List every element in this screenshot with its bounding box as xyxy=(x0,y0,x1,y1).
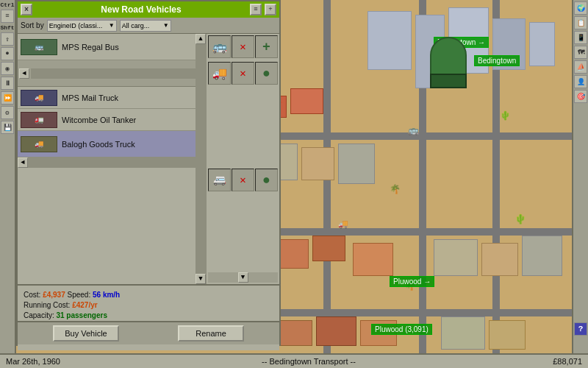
preview-scroll-down[interactable]: ▼ xyxy=(238,272,248,283)
vscroll-track xyxy=(196,44,206,274)
cargo-arrow: ▼ xyxy=(163,22,169,29)
vehicle-purchase-panel: × New Road Vehicles ≡ + Sort by EngineID… xyxy=(16,0,281,346)
vehicle-list-container: 🚌 MPS Regal Bus ◄ ► 🚚 MPS Mail Truck 🚛 W… xyxy=(18,34,206,284)
status-money: £88,071 xyxy=(509,357,582,366)
sort-by-arrow: ▼ xyxy=(109,22,115,29)
preview-cell-dot3: ● xyxy=(255,169,278,191)
vehicle-item-mailtruck[interactable]: 🚚 MPS Mail Truck xyxy=(18,87,206,109)
sidebar-right-btn-5[interactable]: ⛵ xyxy=(574,60,587,74)
sidebar-right-btn-6[interactable]: 👤 xyxy=(574,75,587,88)
preview-cell-bus: 🚌 xyxy=(208,35,231,58)
running-cost-value: £427/yr xyxy=(72,301,97,309)
vehicle-item-bus[interactable]: 🚌 MPS Regal Bus xyxy=(18,34,206,60)
hscroll-track-bus xyxy=(31,68,206,79)
add-icon-btn[interactable]: + xyxy=(265,4,276,15)
cargo-filter-dropdown[interactable]: All carg... ▼ xyxy=(120,20,171,32)
vehicle-name-goodstruck: Balogh Goods Truck xyxy=(62,140,135,149)
detail-cost: Cost: £4,937 Speed: 56 km/h xyxy=(24,290,273,300)
hscroll-track-goods xyxy=(28,158,196,168)
preview-cell-selected: 🚐 xyxy=(208,169,231,191)
sidebar-right-btn-4[interactable]: 🗺 xyxy=(574,46,587,59)
sidebar-right-btn-3[interactable]: 📱 xyxy=(574,31,587,44)
town-label-bedingtown-2: Bedingtown xyxy=(474,55,520,66)
preview-area: 🚌 ✕ + 🚚 ✕ ● 🚐 xyxy=(206,34,279,284)
vehicle-name-tanker: Witcombe Oil Tanker xyxy=(62,116,136,124)
status-bar: Mar 26th, 1960 -- Bedingtown Transport -… xyxy=(0,353,588,368)
bus-scroll-row: ◄ ► xyxy=(18,60,206,87)
sidebar-right-btn-2[interactable]: 📋 xyxy=(574,16,587,29)
right-sidebar: 🌍 📋 📱 🗺 ⛵ 👤 🎯 ? xyxy=(572,0,588,353)
sidebar-right-btn-7[interactable]: 🎯 xyxy=(574,90,587,103)
scroll-left-arrow-bus[interactable]: ◄ xyxy=(19,68,29,79)
sort-by-dropdown[interactable]: EngineID (classi... ▼ xyxy=(47,20,117,32)
preview-cell-x2: ✕ xyxy=(232,62,254,85)
sidebar-btn-1[interactable]: ≡ xyxy=(1,10,14,23)
preview-row-truck: 🚚 ✕ ● xyxy=(208,62,278,85)
rename-button[interactable]: Rename xyxy=(178,325,244,342)
close-button[interactable]: × xyxy=(21,4,32,15)
detail-running-cost: Running Cost: £427/yr xyxy=(24,300,273,311)
shft-label: Shft xyxy=(0,24,14,31)
preview-scroll: ▼ xyxy=(208,272,278,283)
vehicle-name-mailtruck: MPS Mail Truck xyxy=(62,93,118,102)
sort-icon-btn[interactable]: ≡ xyxy=(250,4,262,15)
mailtruck-icon: 🚚 xyxy=(21,90,57,106)
vehicle-name-bus: MPS Regal Bus xyxy=(62,43,119,52)
preview-cell-dot2: ● xyxy=(255,62,278,85)
sidebar-btn-4[interactable]: ◉ xyxy=(1,62,14,75)
sidebar-btn-ff[interactable]: ⏩ xyxy=(1,91,14,105)
title-bar: × New Road Vehicles ≡ + xyxy=(18,1,279,18)
vertical-scrollbar: ▲ ▼ xyxy=(196,34,206,284)
speed-value: 56 km/h xyxy=(93,291,120,299)
sidebar-btn-3[interactable]: ● xyxy=(1,47,14,60)
vehicle-item-goodstruck[interactable]: 🚚 Balogh Goods Truck xyxy=(18,131,206,158)
cost-value: £4,937 xyxy=(43,291,65,299)
ctrl-label: Ctrl xyxy=(0,1,14,8)
sidebar-right-btn-help[interactable]: ? xyxy=(574,322,587,336)
sidebar-btn-pause[interactable]: ⏸ xyxy=(1,77,14,90)
status-company: -- Bedingtown Transport -- xyxy=(109,357,509,366)
town-label-pluwood-1: Pluwood → xyxy=(390,276,434,287)
left-sidebar: Ctrl ≡ Shft ⇧ ● ◉ ⏸ ⏩ ⚙ 💾 xyxy=(0,0,16,353)
scroll-down-arrow[interactable]: ▼ xyxy=(196,274,206,284)
scroll-up-arrow[interactable]: ▲ xyxy=(196,34,206,44)
bus-icon: 🚌 xyxy=(21,39,57,55)
buy-vehicle-button[interactable]: Buy Vehicle xyxy=(53,325,119,342)
action-buttons-bar: Buy Vehicle Rename xyxy=(18,321,279,344)
town-label-pluwood-2: Pluwood (3,091) xyxy=(371,324,432,335)
status-date: Mar 26th, 1960 xyxy=(6,357,109,366)
preview-row-selected: 🚐 ✕ ● xyxy=(208,169,278,191)
sidebar-btn-save[interactable]: 💾 xyxy=(1,121,14,134)
scroll-left-arrow-goods[interactable]: ◄ xyxy=(18,158,28,168)
sort-filter-bar: Sort by EngineID (classi... ▼ All carg..… xyxy=(18,18,279,34)
goodstruck-scroll-row: ◄ ► xyxy=(18,158,206,168)
detail-capacity: Capacity: 31 passengers xyxy=(24,311,273,321)
preview-cell-x3: ✕ xyxy=(232,169,254,191)
sort-by-label: Sort by xyxy=(21,21,44,29)
tanker-icon: 🚛 xyxy=(21,112,57,128)
vehicle-item-tanker[interactable]: 🚛 Witcombe Oil Tanker xyxy=(18,109,206,131)
preview-cell-truck: 🚚 xyxy=(208,62,231,85)
goodstruck-icon: 🚚 xyxy=(21,136,57,152)
preview-cell-plus1: + xyxy=(255,35,278,58)
panel-title: New Road Vehicles xyxy=(35,4,247,15)
sidebar-right-btn-1[interactable]: 🌍 xyxy=(574,1,587,15)
sidebar-btn-2[interactable]: ⇧ xyxy=(1,32,14,46)
capacity-value: 31 passengers xyxy=(56,311,107,319)
preview-row-bus: 🚌 ✕ + xyxy=(208,35,278,58)
preview-cell-x1: ✕ xyxy=(232,35,254,58)
sidebar-btn-settings[interactable]: ⚙ xyxy=(1,106,14,119)
